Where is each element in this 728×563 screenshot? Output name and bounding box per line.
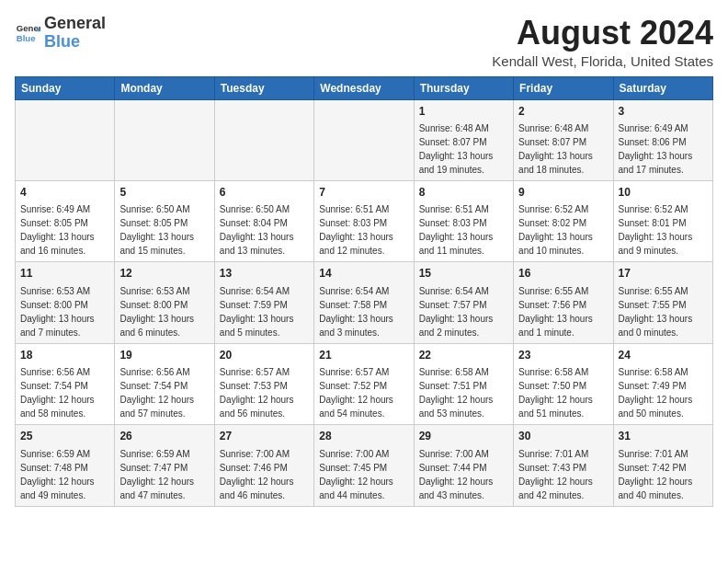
week-row-1: 1Sunrise: 6:48 AM Sunset: 8:07 PM Daylig…	[16, 99, 713, 180]
calendar-cell: 24Sunrise: 6:58 AM Sunset: 7:49 PM Dayli…	[613, 343, 712, 424]
header-monday: Monday	[115, 76, 214, 99]
header-saturday: Saturday	[613, 76, 712, 99]
day-info: Sunrise: 6:49 AM Sunset: 8:06 PM Dayligh…	[619, 121, 708, 177]
day-info: Sunrise: 6:57 AM Sunset: 7:52 PM Dayligh…	[319, 365, 408, 420]
day-number: 6	[220, 185, 309, 201]
day-number: 10	[619, 185, 708, 201]
day-number: 4	[20, 185, 109, 201]
day-info: Sunrise: 6:48 AM Sunset: 8:07 PM Dayligh…	[419, 121, 508, 177]
day-info: Sunrise: 6:51 AM Sunset: 8:03 PM Dayligh…	[319, 202, 408, 258]
week-row-2: 4Sunrise: 6:49 AM Sunset: 8:05 PM Daylig…	[16, 180, 713, 261]
logo-blue: Blue	[44, 33, 106, 52]
calendar-cell: 8Sunrise: 6:51 AM Sunset: 8:03 PM Daylig…	[414, 180, 513, 261]
day-number: 17	[619, 266, 708, 282]
day-number: 3	[619, 104, 708, 120]
day-info: Sunrise: 6:58 AM Sunset: 7:50 PM Dayligh…	[518, 365, 608, 420]
calendar-cell: 19Sunrise: 6:56 AM Sunset: 7:54 PM Dayli…	[115, 343, 214, 424]
calendar-subtitle: Kendall West, Florida, United States	[492, 53, 713, 69]
week-row-5: 25Sunrise: 6:59 AM Sunset: 7:48 PM Dayli…	[16, 425, 713, 506]
day-info: Sunrise: 6:59 AM Sunset: 7:47 PM Dayligh…	[119, 447, 209, 502]
header-thursday: Thursday	[414, 76, 513, 99]
day-number: 20	[220, 348, 309, 363]
calendar-cell: 1Sunrise: 6:48 AM Sunset: 8:07 PM Daylig…	[414, 99, 513, 180]
calendar-cell	[314, 99, 414, 180]
day-number: 18	[20, 348, 109, 363]
day-number: 25	[20, 429, 109, 444]
calendar-table: SundayMondayTuesdayWednesdayThursdayFrid…	[15, 76, 713, 507]
calendar-cell: 12Sunrise: 6:53 AM Sunset: 8:00 PM Dayli…	[115, 262, 214, 343]
calendar-cell: 5Sunrise: 6:50 AM Sunset: 8:05 PM Daylig…	[115, 180, 214, 261]
day-number: 15	[419, 266, 508, 282]
day-number: 2	[518, 104, 608, 120]
week-row-4: 18Sunrise: 6:56 AM Sunset: 7:54 PM Dayli…	[16, 343, 713, 424]
calendar-cell: 17Sunrise: 6:55 AM Sunset: 7:55 PM Dayli…	[613, 262, 712, 343]
day-info: Sunrise: 6:48 AM Sunset: 8:07 PM Dayligh…	[518, 121, 608, 177]
day-number: 19	[119, 348, 209, 363]
day-number: 27	[220, 429, 309, 444]
day-info: Sunrise: 7:01 AM Sunset: 7:43 PM Dayligh…	[518, 447, 608, 502]
day-info: Sunrise: 6:58 AM Sunset: 7:51 PM Dayligh…	[419, 365, 508, 420]
day-number: 1	[419, 104, 508, 120]
calendar-cell: 21Sunrise: 6:57 AM Sunset: 7:52 PM Dayli…	[314, 343, 414, 424]
day-number: 5	[119, 185, 209, 201]
day-info: Sunrise: 7:01 AM Sunset: 7:42 PM Dayligh…	[619, 447, 708, 502]
calendar-cell: 13Sunrise: 6:54 AM Sunset: 7:59 PM Dayli…	[214, 262, 313, 343]
calendar-header: SundayMondayTuesdayWednesdayThursdayFrid…	[16, 76, 713, 99]
day-number: 11	[20, 266, 109, 282]
calendar-cell: 18Sunrise: 6:56 AM Sunset: 7:54 PM Dayli…	[16, 343, 115, 424]
header-tuesday: Tuesday	[214, 76, 313, 99]
calendar-cell: 2Sunrise: 6:48 AM Sunset: 8:07 PM Daylig…	[514, 99, 613, 180]
calendar-cell: 22Sunrise: 6:58 AM Sunset: 7:51 PM Dayli…	[414, 343, 513, 424]
day-number: 12	[119, 266, 209, 282]
calendar-cell	[214, 99, 313, 180]
day-number: 13	[220, 266, 309, 282]
calendar-cell: 16Sunrise: 6:55 AM Sunset: 7:56 PM Dayli…	[514, 262, 613, 343]
day-info: Sunrise: 6:49 AM Sunset: 8:05 PM Dayligh…	[20, 202, 109, 258]
calendar-cell: 4Sunrise: 6:49 AM Sunset: 8:05 PM Daylig…	[16, 180, 115, 261]
day-info: Sunrise: 6:52 AM Sunset: 8:02 PM Dayligh…	[518, 202, 608, 258]
calendar-cell: 10Sunrise: 6:52 AM Sunset: 8:01 PM Dayli…	[613, 180, 712, 261]
header-row: SundayMondayTuesdayWednesdayThursdayFrid…	[16, 76, 713, 99]
calendar-cell: 9Sunrise: 6:52 AM Sunset: 8:02 PM Daylig…	[514, 180, 613, 261]
week-row-3: 11Sunrise: 6:53 AM Sunset: 8:00 PM Dayli…	[16, 262, 713, 343]
calendar-cell: 14Sunrise: 6:54 AM Sunset: 7:58 PM Dayli…	[314, 262, 414, 343]
day-number: 22	[419, 348, 508, 363]
calendar-cell: 20Sunrise: 6:57 AM Sunset: 7:53 PM Dayli…	[214, 343, 313, 424]
day-info: Sunrise: 6:53 AM Sunset: 8:00 PM Dayligh…	[20, 284, 109, 339]
svg-text:General: General	[17, 23, 40, 33]
day-info: Sunrise: 6:51 AM Sunset: 8:03 PM Dayligh…	[419, 202, 508, 258]
day-info: Sunrise: 6:55 AM Sunset: 7:55 PM Dayligh…	[619, 284, 708, 339]
calendar-cell: 15Sunrise: 6:54 AM Sunset: 7:57 PM Dayli…	[414, 262, 513, 343]
logo-general: General	[44, 15, 106, 33]
day-number: 8	[419, 185, 508, 201]
day-number: 7	[319, 185, 408, 201]
day-info: Sunrise: 6:56 AM Sunset: 7:54 PM Dayligh…	[20, 365, 109, 420]
day-number: 26	[119, 429, 209, 444]
calendar-title: August 2024	[492, 15, 713, 52]
day-number: 9	[518, 185, 608, 201]
calendar-cell: 29Sunrise: 7:00 AM Sunset: 7:44 PM Dayli…	[414, 425, 513, 506]
day-number: 14	[319, 266, 408, 282]
calendar-body: 1Sunrise: 6:48 AM Sunset: 8:07 PM Daylig…	[16, 99, 713, 506]
logo-icon: General Blue	[15, 20, 40, 46]
day-info: Sunrise: 6:50 AM Sunset: 8:05 PM Dayligh…	[119, 202, 209, 258]
day-info: Sunrise: 6:53 AM Sunset: 8:00 PM Dayligh…	[119, 284, 209, 339]
logo: General Blue General Blue	[15, 15, 106, 52]
day-number: 30	[518, 429, 608, 444]
svg-text:Blue: Blue	[17, 33, 36, 43]
day-number: 31	[619, 429, 708, 444]
day-info: Sunrise: 6:52 AM Sunset: 8:01 PM Dayligh…	[619, 202, 708, 258]
day-info: Sunrise: 7:00 AM Sunset: 7:44 PM Dayligh…	[419, 447, 508, 502]
header-sunday: Sunday	[16, 76, 115, 99]
calendar-cell: 26Sunrise: 6:59 AM Sunset: 7:47 PM Dayli…	[115, 425, 214, 506]
header: General Blue General Blue August 2024 Ke…	[15, 15, 713, 69]
calendar-cell	[115, 99, 214, 180]
day-info: Sunrise: 6:54 AM Sunset: 7:59 PM Dayligh…	[220, 284, 309, 339]
calendar-cell: 30Sunrise: 7:01 AM Sunset: 7:43 PM Dayli…	[514, 425, 613, 506]
calendar-cell: 6Sunrise: 6:50 AM Sunset: 8:04 PM Daylig…	[214, 180, 313, 261]
calendar-cell: 7Sunrise: 6:51 AM Sunset: 8:03 PM Daylig…	[314, 180, 414, 261]
calendar-cell: 11Sunrise: 6:53 AM Sunset: 8:00 PM Dayli…	[16, 262, 115, 343]
header-friday: Friday	[514, 76, 613, 99]
calendar-cell	[16, 99, 115, 180]
calendar-cell: 31Sunrise: 7:01 AM Sunset: 7:42 PM Dayli…	[613, 425, 712, 506]
